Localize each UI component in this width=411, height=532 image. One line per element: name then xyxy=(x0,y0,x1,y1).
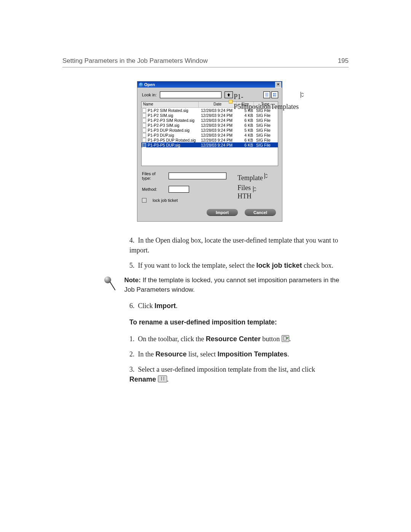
step-text: Click Import. xyxy=(138,302,178,310)
step-number: 6. xyxy=(129,301,136,311)
chevron-updown-icon[interactable] xyxy=(301,92,304,98)
file-icon xyxy=(142,113,146,118)
dialog-toolbar: Look in: P1-P5ImpositionTemplates xyxy=(137,88,282,101)
cancel-button[interactable]: Cancel xyxy=(245,209,276,216)
file-date: 12/28/03 9:24 PM xyxy=(199,138,237,142)
method-combo[interactable]: HTH xyxy=(169,186,189,193)
step-number: 2. xyxy=(129,349,136,359)
file-date: 12/28/03 9:24 PM xyxy=(199,123,237,128)
col-size[interactable]: Size xyxy=(237,102,254,107)
lookin-combo[interactable]: P1-P5ImpositionTemplates xyxy=(160,91,221,98)
resource-center-icon xyxy=(282,335,289,342)
file-type: SIG File xyxy=(255,138,277,142)
import-button[interactable]: Import xyxy=(207,209,238,216)
chevron-updown-icon[interactable] xyxy=(253,186,256,192)
file-row[interactable]: P1-P2 SIM.sig12/28/03 9:24 PM4 KBSIG Fil… xyxy=(142,113,278,118)
file-size: 5 KB xyxy=(237,108,255,113)
file-size: 6 KB xyxy=(237,143,255,147)
col-date[interactable]: Date xyxy=(199,102,237,107)
svg-rect-3 xyxy=(273,95,274,96)
file-name: P1-P2-P3 SIM.sig xyxy=(148,123,179,128)
file-name: P1-P2 SIM.sig xyxy=(148,113,173,118)
step-text: Select a user-defined imposition templat… xyxy=(129,366,315,383)
details-view-button[interactable] xyxy=(271,91,278,98)
dialog-title: Open xyxy=(144,82,155,87)
file-date: 12/28/03 9:24 PM xyxy=(199,143,237,147)
file-list-header[interactable]: Name Date Size Type xyxy=(142,102,278,108)
file-icon xyxy=(142,123,146,128)
lookin-label: Look in: xyxy=(142,93,157,97)
step-number: 3. xyxy=(129,364,136,374)
file-name: P1-P2-P3 SIM Rotated.sig xyxy=(148,118,194,123)
method-value: HTH xyxy=(236,191,253,201)
page-header: Setting Parameters in the Job Parameters… xyxy=(62,57,349,67)
file-icon xyxy=(142,128,146,133)
file-size: 4 KB xyxy=(237,113,255,118)
file-size: 6 KB xyxy=(237,123,255,128)
file-date: 12/28/03 9:24 PM xyxy=(199,133,237,137)
chevron-updown-icon[interactable] xyxy=(264,173,268,179)
header-title: Setting Parameters in the Job Parameters… xyxy=(62,57,208,65)
lock-job-ticket-checkbox[interactable] xyxy=(142,198,147,203)
step-text: If you want to lock the template, select… xyxy=(138,262,333,269)
step-number: 5. xyxy=(129,260,136,270)
file-row[interactable]: P1-P3 DUP Rotated.sig12/28/03 9:24 PM5 K… xyxy=(142,128,278,133)
file-date: 12/28/03 9:24 PM xyxy=(199,108,237,113)
file-icon xyxy=(142,133,146,137)
file-type: SIG File xyxy=(255,123,277,128)
svg-rect-0 xyxy=(273,93,274,94)
app-icon xyxy=(139,83,143,87)
header-page-number: 195 xyxy=(338,57,349,65)
svg-rect-4 xyxy=(275,95,276,96)
up-folder-button[interactable] xyxy=(225,91,233,98)
step-number: 4. xyxy=(129,235,136,245)
filetype-value: Template Files xyxy=(236,173,264,193)
file-row[interactable]: P1-P2-P3 SIM Rotated.sig12/28/03 9:24 PM… xyxy=(142,118,278,123)
step-number: 1. xyxy=(129,334,136,344)
file-row[interactable]: P1-P3 DUP.sig12/28/03 9:24 PM4 KBSIG Fil… xyxy=(142,133,278,137)
file-type: SIG File xyxy=(255,143,277,147)
lock-job-ticket-label: lock job ticket xyxy=(153,198,178,203)
file-type: SIG File xyxy=(255,108,277,113)
svg-rect-2 xyxy=(275,94,276,94)
rename-icon xyxy=(158,375,167,382)
open-dialog: Open × Look in: P1-P5ImpositionTemplates xyxy=(137,81,282,222)
step-text: In the Resource list, select Imposition … xyxy=(138,350,289,358)
svg-rect-5 xyxy=(275,96,276,96)
step-text: On the toolbar, click the Resource Cente… xyxy=(138,335,291,343)
file-size: 4 KB xyxy=(237,133,255,137)
subheading: To rename a user-defined imposition temp… xyxy=(129,318,350,327)
pushpin-icon xyxy=(103,276,119,294)
file-type: SIG File xyxy=(255,128,277,133)
col-name[interactable]: Name xyxy=(142,102,199,107)
file-name: P1-P3 DUP.sig xyxy=(148,133,174,137)
close-icon[interactable]: × xyxy=(275,82,281,88)
file-size: 6 KB xyxy=(237,118,255,123)
file-type: SIG File xyxy=(255,133,277,137)
file-icon xyxy=(142,108,146,113)
file-row[interactable]: P1-P3-P5 DUP.sig12/28/03 9:24 PM6 KBSIG … xyxy=(142,142,278,147)
file-size: 6 KB xyxy=(237,138,255,142)
list-view-button[interactable] xyxy=(263,91,270,98)
file-date: 12/28/03 9:24 PM xyxy=(199,118,237,123)
file-name: P1-P2 SIM Rotated.sig xyxy=(148,108,188,113)
method-label: Method: xyxy=(142,187,165,192)
file-date: 12/28/03 9:24 PM xyxy=(199,128,237,133)
file-row[interactable]: P1-P2-P3 SIM.sig12/28/03 9:24 PM6 KBSIG … xyxy=(142,123,278,128)
file-icon xyxy=(142,138,146,142)
col-type[interactable]: Type xyxy=(254,102,277,107)
file-type: SIG File xyxy=(255,113,277,118)
file-row[interactable]: P1-P3-P5 DUP Rotated.sig12/28/03 9:24 PM… xyxy=(142,137,278,142)
dialog-titlebar: Open × xyxy=(137,81,282,88)
note-text: Note: If the template is locked, you can… xyxy=(124,276,350,294)
filetype-combo[interactable]: Template Files xyxy=(169,173,226,179)
file-row[interactable]: P1-P2 SIM Rotated.sig12/28/03 9:24 PM5 K… xyxy=(142,108,278,113)
file-icon xyxy=(142,118,146,123)
file-type: SIG File xyxy=(255,118,277,123)
file-list[interactable]: Name Date Size Type P1-P2 SIM Rotated.si… xyxy=(141,101,278,166)
file-size: 5 KB xyxy=(237,128,255,133)
svg-rect-1 xyxy=(275,93,276,94)
file-date: 12/28/03 9:24 PM xyxy=(199,113,237,118)
file-name: P1-P3-P5 DUP Rotated.sig xyxy=(148,138,196,142)
file-icon xyxy=(142,143,146,147)
